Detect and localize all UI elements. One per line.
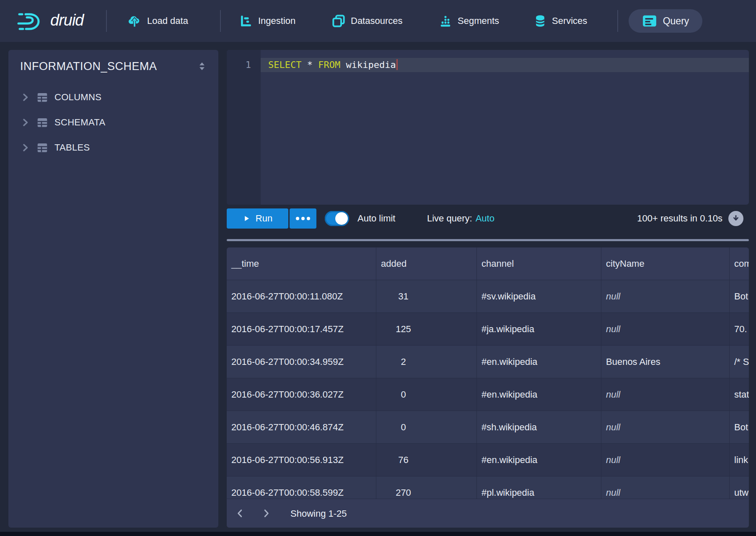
cell-time[interactable]: 2016-06-27T00:00:36.027Z (227, 378, 376, 411)
brand-wordmark[interactable]: druid (50, 11, 84, 29)
query-results-table: __time added channel cityName comment 20… (227, 247, 749, 528)
auto-limit-toggle[interactable] (325, 211, 349, 226)
cell-added[interactable]: 31 (376, 280, 477, 312)
cell-cityname[interactable]: Buenos Aires (601, 346, 730, 378)
column-header-added[interactable]: added (376, 247, 477, 280)
sidebar-item-tables[interactable]: TABLES (8, 135, 218, 160)
schema-title: INFORMATION_SCHEMA (20, 60, 157, 73)
nav-divider (106, 10, 107, 32)
cell-time[interactable]: 2016-06-27T00:00:56.913Z (227, 444, 376, 476)
cell-cityname[interactable]: null (601, 280, 730, 312)
cell-added[interactable]: 0 (376, 378, 477, 411)
sql-statement[interactable]: SELECT * FROM wikipedia (268, 58, 398, 72)
live-query-label: Live query: (427, 213, 472, 224)
chevron-right-icon (20, 92, 30, 102)
run-more-options-button[interactable] (290, 208, 316, 229)
cell-added[interactable]: 125 (376, 313, 477, 345)
next-page-button[interactable] (258, 505, 274, 522)
stacked-squares-icon (332, 14, 345, 28)
previous-page-button[interactable] (232, 505, 249, 522)
live-query-value[interactable]: Auto (476, 213, 495, 224)
cell-comment[interactable]: link (730, 444, 749, 476)
text-cursor (396, 59, 398, 70)
druid-logo-icon[interactable] (16, 11, 43, 33)
cell-cityname[interactable]: null (601, 411, 730, 443)
showing-range-label: Showing 1-25 (290, 499, 347, 528)
editor-gutter (227, 50, 261, 205)
cell-comment[interactable]: 70. (730, 313, 749, 345)
sidebar-item-label: SCHEMATA (54, 117, 105, 128)
sql-keyword: SELECT (268, 60, 301, 70)
chevron-right-icon (20, 117, 30, 127)
sidebar-item-schemata[interactable]: SCHEMATA (8, 110, 218, 135)
sidebar-item-columns[interactable]: COLUMNS (8, 85, 218, 110)
nav-item-label: Load data (147, 16, 188, 26)
table-row: 2016-06-27T00:00:11.080Z 31 #sv.wikipedi… (227, 280, 749, 313)
download-icon[interactable] (728, 211, 743, 226)
sql-editor[interactable]: 1 SELECT * FROM wikipedia (227, 50, 749, 205)
table-row: 2016-06-27T00:00:17.457Z 125 #ja.wikiped… (227, 313, 749, 346)
cell-cityname[interactable]: null (601, 378, 730, 411)
nav-item-datasources[interactable]: Datasources (332, 0, 403, 42)
table-header-row: __time added channel cityName comment (227, 247, 749, 280)
play-icon (243, 215, 250, 222)
nav-divider (617, 10, 618, 32)
column-header-channel[interactable]: channel (477, 247, 601, 280)
cell-added[interactable]: 2 (376, 346, 477, 378)
sidebar-item-label: TABLES (54, 142, 90, 153)
nav-item-segments[interactable]: Segments (439, 0, 499, 42)
cell-comment[interactable]: /* S (730, 346, 749, 378)
column-header-comment[interactable]: comment (730, 247, 749, 280)
table-grid-icon (36, 116, 49, 129)
double-caret-vertical-icon[interactable] (197, 61, 207, 72)
run-button[interactable]: Run (227, 208, 288, 229)
cell-time[interactable]: 2016-06-27T00:00:17.457Z (227, 313, 376, 345)
nav-item-label: Query (663, 16, 689, 27)
nav-item-query-active[interactable]: Query (629, 9, 702, 33)
ellipsis-icon (296, 217, 299, 220)
cell-channel[interactable]: #en.wikipedia (477, 378, 601, 411)
pagination-footer: Showing 1-25 (227, 499, 749, 528)
nav-item-label: Segments (458, 16, 499, 26)
cell-time[interactable]: 2016-06-27T00:00:46.874Z (227, 411, 376, 443)
run-button-label: Run (256, 213, 272, 224)
sidebar-item-label: COLUMNS (54, 92, 101, 103)
schema-sidebar: INFORMATION_SCHEMA COLUMNS (8, 50, 218, 528)
resize-splitter-handle[interactable] (227, 239, 749, 241)
cell-channel[interactable]: #sv.wikipedia (477, 280, 601, 312)
cell-comment[interactable]: stat (730, 378, 749, 411)
nav-divider (220, 10, 221, 32)
cell-added[interactable]: 76 (376, 444, 477, 476)
cell-comment[interactable]: Bot (730, 280, 749, 312)
cell-channel[interactable]: #ja.wikipedia (477, 313, 601, 345)
table-grid-icon (36, 91, 49, 104)
column-header-time[interactable]: __time (227, 247, 376, 280)
cell-channel[interactable]: #en.wikipedia (477, 346, 601, 378)
cell-time[interactable]: 2016-06-27T00:00:34.959Z (227, 346, 376, 378)
cell-channel[interactable]: #en.wikipedia (477, 444, 601, 476)
results-summary: 100+ results in 0.10s (637, 208, 722, 229)
cell-comment[interactable]: Bot (730, 411, 749, 443)
column-header-cityname[interactable]: cityName (601, 247, 730, 280)
cell-added[interactable]: 0 (376, 411, 477, 443)
nav-item-services[interactable]: Services (534, 0, 587, 42)
cell-cityname[interactable]: null (601, 313, 730, 345)
cell-time[interactable]: 2016-06-27T00:00:11.080Z (227, 280, 376, 312)
toggle-knob (335, 212, 348, 225)
bar-chart-icon (439, 14, 452, 28)
nav-item-label: Ingestion (258, 16, 295, 26)
nav-item-ingestion[interactable]: Ingestion (239, 0, 295, 42)
nav-item-label: Datasources (351, 16, 403, 26)
nav-item-load-data[interactable]: Load data (127, 0, 188, 42)
auto-limit-label: Auto limit (357, 208, 395, 229)
table-row: 2016-06-27T00:00:46.874Z 0 #sh.wikipedia… (227, 411, 749, 444)
chevron-right-icon (20, 143, 30, 153)
cell-cityname[interactable]: null (601, 444, 730, 476)
cloud-upload-icon (127, 14, 142, 28)
console-icon (642, 14, 657, 28)
cell-channel[interactable]: #sh.wikipedia (477, 411, 601, 443)
sql-star: * (307, 60, 313, 70)
top-navbar: druid Load data (0, 0, 756, 42)
table-row: 2016-06-27T00:00:36.027Z 0 #en.wikipedia… (227, 378, 749, 411)
sql-table-name: wikipedia (346, 60, 396, 70)
